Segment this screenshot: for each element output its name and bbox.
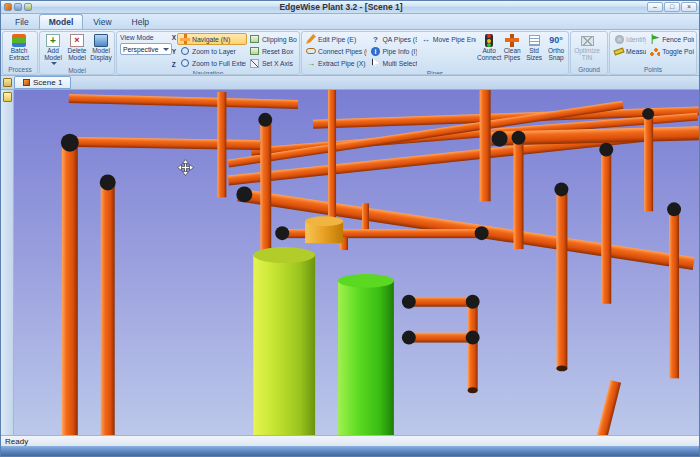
pipe-elbow[interactable] — [554, 182, 568, 196]
axis-x-label[interactable]: X — [172, 34, 176, 41]
tab-file[interactable]: File — [5, 14, 39, 29]
identify-icon — [615, 35, 624, 44]
add-model-label: Add Model — [41, 48, 65, 62]
pipe-elbow[interactable] — [236, 186, 252, 202]
pipe[interactable] — [514, 136, 524, 249]
cursor-icon — [372, 58, 380, 68]
tab-view[interactable]: View — [83, 14, 121, 29]
pipe[interactable] — [556, 187, 567, 368]
axis-z-label[interactable]: Z — [172, 61, 176, 68]
zoom-to-full-extent-button[interactable]: Zoom to Full Extent — [177, 57, 247, 69]
toggle-points-label: Toggle Points — [662, 48, 695, 55]
clean-pipes-button[interactable]: Clean Pipes — [501, 33, 523, 69]
batch-extract-button[interactable]: Batch Extract — [4, 33, 34, 65]
auto-connect-button[interactable]: Auto Connect — [477, 33, 501, 69]
pipe-elbow[interactable] — [475, 226, 489, 240]
toggle-points-button[interactable]: Toggle Points — [647, 45, 695, 57]
viewport-3d[interactable] — [14, 90, 699, 435]
identify-button[interactable]: Identify — [611, 33, 647, 45]
pipe[interactable] — [601, 148, 611, 304]
navigate-label: Navigate (N) — [192, 36, 230, 43]
move-pipe-ends-label: Move Pipe Ends — [433, 36, 477, 43]
info-icon: i — [371, 47, 380, 56]
add-model-button[interactable]: + Add Model — [41, 33, 65, 66]
ortho-snap-button[interactable]: 90° Ortho Snap — [545, 33, 567, 69]
pipe-elbow[interactable] — [402, 331, 416, 345]
pipe[interactable] — [101, 181, 115, 435]
qa-pipes-button[interactable]: ? QA Pipes (S) — [368, 33, 418, 45]
fence-points-button[interactable]: Fence Points — [647, 33, 695, 45]
scene-tab[interactable]: Scene 1 — [14, 76, 71, 89]
measure-button[interactable]: Measure — [611, 45, 647, 57]
box-icon — [250, 35, 259, 43]
pipe-elbow[interactable] — [258, 113, 272, 127]
pipe-elbow[interactable] — [275, 226, 289, 240]
model-display-button[interactable]: Model Display — [89, 33, 113, 66]
edit-pipe-button[interactable]: Edit Pipe (E) — [303, 33, 368, 45]
pipe-elbow[interactable] — [492, 131, 508, 147]
move-pipe-ends-button[interactable]: ↔ Move Pipe Ends — [418, 33, 477, 45]
clean-pipes-label: Clean Pipes — [501, 48, 523, 62]
flag-icon — [650, 34, 660, 44]
pipe-elbow[interactable] — [599, 143, 613, 157]
multi-select-button[interactable]: Multi Select — [368, 57, 418, 69]
scene-tab-label: Scene 1 — [33, 78, 62, 87]
pipe[interactable] — [217, 92, 226, 197]
chevron-down-icon — [51, 62, 57, 65]
clipping-box-button[interactable]: Clipping Box — [247, 33, 298, 45]
zoom-to-layer-button[interactable]: Zoom to Layer — [177, 45, 247, 57]
pipe-elbow[interactable] — [61, 134, 79, 152]
pipe-elbow[interactable] — [402, 295, 416, 309]
maximize-button[interactable]: □ — [664, 2, 680, 12]
qat-icon-1[interactable] — [14, 3, 22, 11]
pipe-elbow[interactable] — [667, 202, 681, 216]
pipe[interactable] — [644, 112, 653, 211]
tab-model[interactable]: Model — [39, 14, 84, 29]
pipe[interactable] — [669, 207, 679, 378]
group-label-process: Process — [3, 66, 37, 74]
left-panel-strip — [1, 90, 14, 435]
pipe[interactable] — [328, 90, 336, 222]
link-icon — [306, 48, 316, 54]
delete-model-button[interactable]: × Delete Model — [65, 33, 89, 66]
navigate-button[interactable]: Navigate (N) — [177, 33, 247, 45]
model-display-icon — [94, 34, 108, 47]
minimize-button[interactable]: – — [647, 2, 663, 12]
chevron-down-icon — [163, 48, 169, 51]
axis-y-label[interactable]: Y — [172, 48, 176, 55]
pipe[interactable] — [62, 142, 78, 435]
scene-list-icon[interactable] — [3, 78, 12, 87]
pipe-elbow[interactable] — [642, 108, 654, 120]
pipe[interactable] — [362, 203, 369, 231]
extract-pipe-button[interactable]: → Extract Pipe (X) — [303, 57, 368, 69]
tank-right[interactable] — [338, 274, 394, 435]
delete-model-label: Delete Model — [65, 48, 89, 62]
pipe[interactable] — [468, 301, 478, 390]
pipe[interactable] — [480, 90, 491, 201]
perspective-dropdown[interactable]: Perspective — [120, 43, 172, 55]
scene-3d[interactable] — [14, 90, 699, 435]
tab-help[interactable]: Help — [122, 14, 159, 29]
magnifier-icon — [181, 47, 189, 55]
reset-box-button[interactable]: Reset Box — [247, 45, 298, 57]
panel-tab-icon[interactable] — [3, 92, 12, 102]
std-sizes-button[interactable]: Std Sizes — [523, 33, 545, 69]
tank-left[interactable] — [253, 247, 315, 435]
fence-points-label: Fence Points — [662, 36, 695, 43]
pipe-elbow[interactable] — [466, 331, 480, 345]
app-icon[interactable] — [4, 3, 12, 11]
axis-icon — [250, 59, 259, 68]
pipe-elbow[interactable] — [466, 295, 480, 309]
optimize-tin-button[interactable]: Optimize TIN — [572, 33, 602, 65]
pipe-elbow[interactable] — [512, 131, 526, 145]
pipe-info-button[interactable]: i Pipe Info (I) — [368, 45, 418, 57]
qat-icon-2[interactable] — [24, 3, 32, 11]
small-cylinder[interactable] — [305, 216, 343, 243]
batch-extract-icon — [12, 34, 26, 47]
close-button[interactable]: × — [681, 2, 697, 12]
pipe[interactable] — [260, 118, 271, 257]
group-label-points: Points — [610, 66, 696, 74]
pipe-elbow[interactable] — [100, 175, 116, 191]
connect-pipes-button[interactable]: Connect Pipes (C) — [303, 45, 368, 57]
set-x-axis-button[interactable]: Set X Axis — [247, 57, 298, 69]
